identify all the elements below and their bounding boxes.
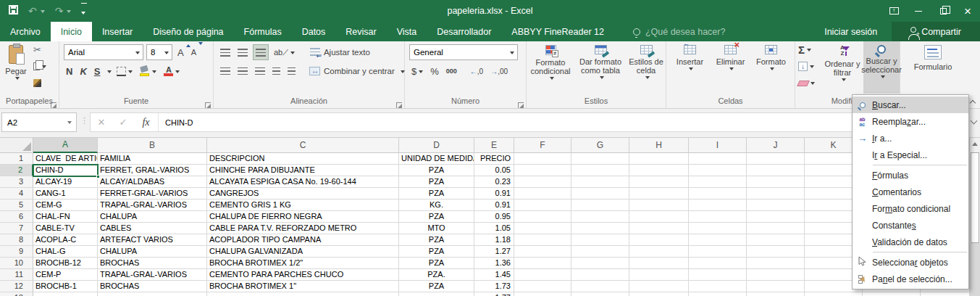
cell-D7[interactable]: MTO [399, 223, 474, 234]
cell-C4[interactable]: CANGREJOS [207, 188, 399, 200]
tell-me[interactable]: ¿Qué desea hacer? [633, 22, 726, 41]
increase-indent-button[interactable] [285, 63, 298, 79]
percent-button[interactable]: % [428, 63, 441, 79]
cell-E12[interactable]: 1.73 [474, 281, 514, 292]
cell-B12[interactable]: BROCHAS [98, 281, 207, 292]
cell-D10[interactable]: PZA [399, 258, 474, 269]
copy-button[interactable] [32, 58, 58, 75]
row-header-11[interactable]: 11 [0, 269, 33, 281]
cell-F1[interactable] [514, 153, 571, 165]
cell-C1[interactable]: DESCRIPCION [207, 153, 399, 165]
menu-item-seleccionar-objetos[interactable]: Seleccionar objetos [853, 254, 968, 271]
cell-H11[interactable] [629, 269, 689, 281]
menu-item-reemplazar[interactable]: abacReemplazar... [853, 113, 968, 130]
font-family-combo[interactable]: Arial [64, 44, 143, 60]
cell-J9[interactable] [747, 246, 805, 258]
cell-F8[interactable] [514, 234, 571, 246]
cell-I7[interactable] [689, 223, 747, 234]
cell-D12[interactable]: PZA [399, 281, 474, 292]
cell-E8[interactable]: 1.18 [474, 234, 514, 246]
cell-F7[interactable] [514, 223, 571, 234]
cell-B1[interactable]: FAMILIA [98, 153, 207, 165]
form-button[interactable]: Formulario [906, 41, 960, 94]
row-header-5[interactable]: 5 [0, 200, 33, 211]
menu-item-panel-de-selecci-n[interactable]: Panel de selección... [853, 271, 968, 287]
cell-B9[interactable]: CHALUPA [98, 246, 207, 258]
find-select-button[interactable]: Buscar y seleccionar [863, 41, 900, 94]
row-header-1[interactable]: 1 [0, 153, 33, 165]
undo-button[interactable]: ↶ [28, 5, 45, 17]
customize-qat-button[interactable] [81, 3, 87, 18]
align-middle-button[interactable] [235, 44, 250, 60]
confirm-entry-button[interactable]: ✓ [112, 117, 134, 128]
cell-G3[interactable] [571, 176, 629, 188]
cell-E4[interactable]: 0.91 [474, 188, 514, 200]
cell-E7[interactable]: 1.05 [474, 223, 514, 234]
orientation-button[interactable]: ab⟋ [272, 44, 297, 60]
column-header-e[interactable]: E [474, 138, 514, 153]
column-header-d[interactable]: D [399, 138, 474, 153]
cell-H6[interactable] [629, 211, 689, 223]
tab-abbyy-finereader-12[interactable]: ABBYY FineReader 12 [501, 22, 614, 41]
cell-A12[interactable]: BROCHB-1 [33, 281, 98, 292]
cell-B6[interactable]: CHALUPA [98, 211, 207, 223]
menu-item-ir-a-especial[interactable]: Ir a Especial... [853, 147, 968, 163]
format-painter-button[interactable] [32, 75, 58, 91]
align-right-button[interactable] [253, 63, 267, 79]
collapse-ribbon-button[interactable] [970, 99, 976, 105]
cell-A9[interactable]: CHAL-G [33, 246, 98, 258]
menu-item-f-rmulas[interactable]: Fórmulas [853, 167, 968, 184]
cell-F2[interactable] [514, 165, 571, 176]
column-header-f[interactable]: F [514, 138, 571, 153]
row-header-12[interactable]: 12 [0, 281, 33, 292]
cell-C8[interactable]: ACOPLADOR TIPO CAMPANA [207, 234, 399, 246]
row-header-2[interactable]: 2 [0, 165, 33, 176]
fill-color-button[interactable] [138, 63, 159, 79]
cell-G11[interactable] [571, 269, 629, 281]
cell-H10[interactable] [629, 258, 689, 269]
cell-C2[interactable]: CHINCHE PARA DIBUJANTE [207, 165, 399, 176]
close-button[interactable]: × [955, 0, 980, 22]
cell-I12[interactable] [689, 281, 747, 292]
cell-H5[interactable] [629, 200, 689, 211]
menu-item-constantes[interactable]: Constantes [853, 217, 968, 234]
cell-A5[interactable]: CEM-G [33, 200, 98, 211]
cell-E13[interactable]: 1.77 [474, 292, 514, 296]
cell-I1[interactable] [689, 153, 747, 165]
cell-B8[interactable]: ARTEFACT VARIOS [98, 234, 207, 246]
cell-A2[interactable]: CHIN-D [33, 165, 98, 176]
cell-J13[interactable] [747, 292, 805, 296]
cell-G7[interactable] [571, 223, 629, 234]
cell-A13[interactable] [33, 292, 98, 296]
thousands-button[interactable]: 000 [444, 63, 459, 79]
menu-item-validaci-n-de-datos[interactable]: Validación de datos [853, 234, 968, 250]
cell-C7[interactable]: CABLE PARA T.V. REFORZADO METRO [207, 223, 399, 234]
expand-formula-bar-button[interactable] [970, 118, 979, 126]
cell-I5[interactable] [689, 200, 747, 211]
conditional-formatting-button[interactable]: Formato condicional [527, 41, 574, 94]
cell-F13[interactable] [514, 292, 571, 296]
cell-F5[interactable] [514, 200, 571, 211]
cancel-entry-button[interactable]: ✕ [91, 117, 112, 128]
cell-A3[interactable]: ALCAY-19 [33, 176, 98, 188]
cell-H9[interactable] [629, 246, 689, 258]
increase-font-button[interactable]: A [175, 44, 186, 60]
column-header-j[interactable]: J [747, 138, 805, 153]
tab-insertar[interactable]: Insertar [92, 22, 143, 41]
cell-D9[interactable]: PZA [399, 246, 474, 258]
cell-J3[interactable] [747, 176, 805, 188]
cell-E10[interactable]: 1.36 [474, 258, 514, 269]
cell-I6[interactable] [689, 211, 747, 223]
cell-B13[interactable] [98, 292, 207, 296]
menu-item-comentarios[interactable]: Comentarios [853, 184, 968, 200]
cell-D4[interactable]: PZA [399, 188, 474, 200]
decrease-font-button[interactable]: A [189, 44, 198, 60]
cell-G1[interactable] [571, 153, 629, 165]
menu-item-buscar[interactable]: Buscar... [853, 96, 968, 113]
align-center-button[interactable] [235, 63, 250, 79]
font-dialog-launcher[interactable] [205, 102, 211, 108]
cell-I10[interactable] [689, 258, 747, 269]
cell-C10[interactable]: BROCHA BROTIMEX 1/2" [207, 258, 399, 269]
cell-J5[interactable] [747, 200, 805, 211]
cell-J7[interactable] [747, 223, 805, 234]
